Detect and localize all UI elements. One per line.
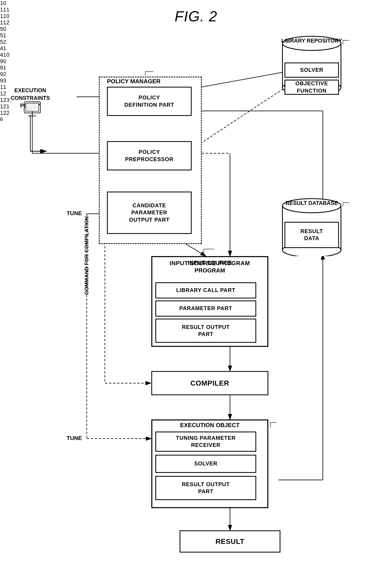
tuning-parameter-receiver: TUNING PARAMETER RECEIVER (155, 432, 256, 452)
diagram: FIG. 2 (0, 0, 392, 585)
compiler: COMPILER (151, 371, 268, 395)
command-for-compilation-label: COMMAND FOR COMPILATION (83, 215, 90, 296)
policy-manager-label: POLICY MANAGER (107, 78, 160, 85)
parameter-part: PARAMETER PART (155, 300, 256, 317)
library-call-part: LIBRARY CALL PART (155, 282, 256, 298)
solver-library: SOLVER (284, 62, 339, 78)
ref-10-arrow (141, 69, 157, 78)
result-data: RESULT DATA (284, 222, 339, 248)
policy-preprocessor: POLICY PREPROCESSOR (107, 141, 192, 170)
computer-arrow (10, 99, 50, 169)
ref-50: 50 (0, 26, 392, 32)
result-database-label: RESULT DATABASE (280, 200, 343, 207)
figure-title: FIG. 2 (174, 8, 217, 24)
execution-object-label: EXECUTION OBJECT (176, 422, 244, 429)
objective-function: OBJECTIVE FUNCTION (284, 80, 339, 95)
candidate-parameter-output-part: CANDIDATE PARAMETER OUTPUT PART (107, 192, 192, 234)
input-source-program-title: INPUT SOURCE PROGRAM (176, 259, 244, 274)
result: RESULT (180, 530, 280, 553)
result-output-part-12: RESULT OUTPUT PART (155, 476, 256, 500)
ref-10: 10 (0, 0, 392, 6)
library-repository-label: LIBRARY REPOSITORY (280, 37, 343, 44)
policy-definition-part: POLICY DEFINITION PART (107, 87, 192, 116)
result-output-part-90: RESULT OUTPUT PART (155, 319, 256, 343)
tune-label-2: TUNE (66, 435, 82, 442)
solver-execution: SOLVER (155, 455, 256, 473)
tune-label-1: TUNE (66, 210, 82, 217)
